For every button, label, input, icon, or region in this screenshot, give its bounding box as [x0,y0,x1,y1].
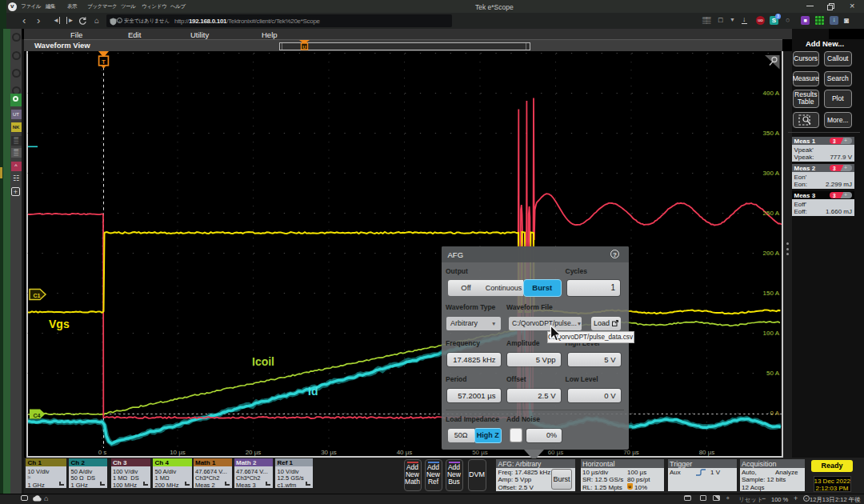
svg-text:C4: C4 [34,413,41,418]
svg-text:C1: C1 [34,293,41,298]
svg-text:T: T [102,58,106,66]
svg-text:U: U [302,45,306,50]
